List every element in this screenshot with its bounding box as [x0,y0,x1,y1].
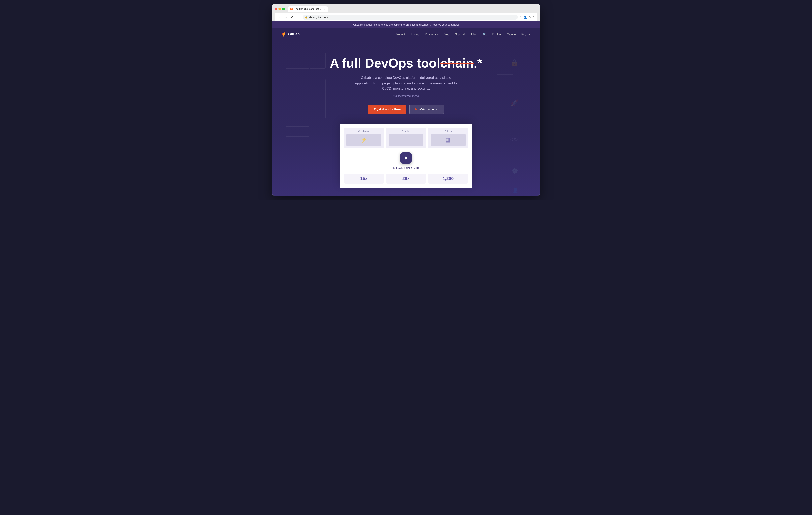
tab-title: The first single application fo... [294,8,323,10]
hero-buttons: Try GitLab for Free Watch a demo [280,105,532,114]
video-play-button[interactable] [400,152,412,163]
bg-person-icon: 👤 [513,188,519,193]
video-card-0: Collaborate ⚡ [344,128,384,148]
hero-title: A full DevOps toolchain.* [280,56,532,70]
hero-title-strikethrough: chain [440,56,473,70]
video-card-icon-0: ⚡ [360,137,368,143]
hero-note: *No assembly required. [280,94,532,97]
stat-card-2: 1,200 [428,174,468,184]
video-container: Collaborate ⚡ Develop ≡ [340,124,472,188]
extensions-icon[interactable]: ⧉ [529,16,531,19]
stat-value-1: 26x [402,176,410,181]
hero-subtitle: GitLab is a complete DevOps platform, de… [352,75,460,91]
nav-links: Product Pricing Resources Blog Support J… [396,32,532,36]
nav-pricing[interactable]: Pricing [411,33,419,36]
logo-area[interactable]: GitLab [280,31,299,37]
traffic-lights [274,8,285,10]
home-button[interactable]: ⌂ [296,15,301,20]
user-account-icon[interactable]: 👤 [524,16,527,19]
address-bar[interactable]: 🔒 about.gitlab.com [302,15,518,20]
hero-title-prefix: A full DevOps tool [330,56,440,70]
video-card-title-0: Collaborate [346,130,381,132]
nav-blog[interactable]: Blog [444,33,450,36]
stat-value-2: 1,200 [442,176,454,181]
active-tab[interactable]: The first single application fo... × [288,6,328,11]
video-card-1: Develop ≡ [386,128,426,148]
play-icon [415,108,417,111]
tab-bar: The first single application fo... × + [288,6,333,11]
nav-support[interactable]: Support [455,33,465,36]
tab-close-button[interactable]: × [324,8,325,10]
ssl-lock-icon: 🔒 [305,16,308,19]
minimize-window-button[interactable] [278,8,281,10]
video-card-title-2: Publish [431,130,466,132]
stat-value-0: 15x [360,176,368,181]
video-card-content-0: ⚡ [346,134,381,146]
stat-card-1: 26x [386,174,426,184]
video-card-content-1: ≡ [388,134,424,146]
url-text: about.gitlab.com [309,16,328,19]
stats-row: 15x 26x 1,200 [344,174,468,184]
watch-demo-label: Watch a demo [419,108,438,111]
refresh-button[interactable]: ↺ [290,15,294,20]
hero-section: 🔒 🚀 </> ⚙️ 👤 A full DevOps toolchain.* G… [272,40,540,195]
browser-controls: The first single application fo... × + [274,6,538,11]
watch-demo-button[interactable]: Watch a demo [409,105,444,114]
video-card-title-1: Develop [388,130,424,132]
back-button[interactable]: ← [277,15,282,20]
search-icon[interactable]: 🔍 [483,32,487,36]
video-card-icon-2: ▦ [445,137,451,143]
nav-right-icons: ☆ 👤 ⧉ ⋮ [520,16,535,19]
more-options-icon[interactable]: ⋮ [532,16,535,19]
video-section: Collaborate ⚡ Develop ≡ [280,124,532,188]
logo-text: GitLab [288,32,299,36]
tab-favicon [290,8,293,10]
play-triangle-icon [405,156,408,160]
nav-explore[interactable]: Explore [492,33,502,36]
video-card-content-2: ▦ [431,134,466,146]
site-content: GitLab's first user conferences are comi… [272,21,540,195]
browser-window: The first single application fo... × + ←… [272,4,540,195]
nav-register[interactable]: Register [521,33,532,36]
video-label: GITLAB EXPLAINED [393,167,419,169]
browser-titlebar: The first single application fo... × + ←… [272,4,540,21]
hero-content: A full DevOps toolchain.* GitLab is a co… [280,56,532,188]
video-grid: Collaborate ⚡ Develop ≡ [344,128,468,148]
hero-title-suffix: .* [473,56,482,70]
nav-resources[interactable]: Resources [425,33,438,36]
gitlab-logo-icon [280,31,287,37]
bookmark-icon[interactable]: ☆ [520,16,522,19]
nav-signin[interactable]: Sign in [507,33,516,36]
announcement-banner[interactable]: GitLab's first user conferences are comi… [272,21,540,28]
maximize-window-button[interactable] [282,8,285,10]
nav-product[interactable]: Product [396,33,405,36]
stat-card-0: 15x [344,174,384,184]
try-gitlab-button[interactable]: Try GitLab for Free [368,105,406,114]
nav-jobs[interactable]: Jobs [470,33,476,36]
video-card-icon-1: ≡ [404,137,408,143]
close-window-button[interactable] [274,8,277,10]
video-card-2: Publish ▦ [428,128,468,148]
site-nav: GitLab Product Pricing Resources Blog Su… [272,28,540,40]
new-tab-button[interactable]: + [328,6,333,11]
forward-button[interactable]: → [283,15,288,20]
banner-text: GitLab's first user conferences are comi… [353,23,459,26]
browser-nav: ← → ↺ ⌂ 🔒 about.gitlab.com ☆ 👤 ⧉ ⋮ [274,13,538,21]
